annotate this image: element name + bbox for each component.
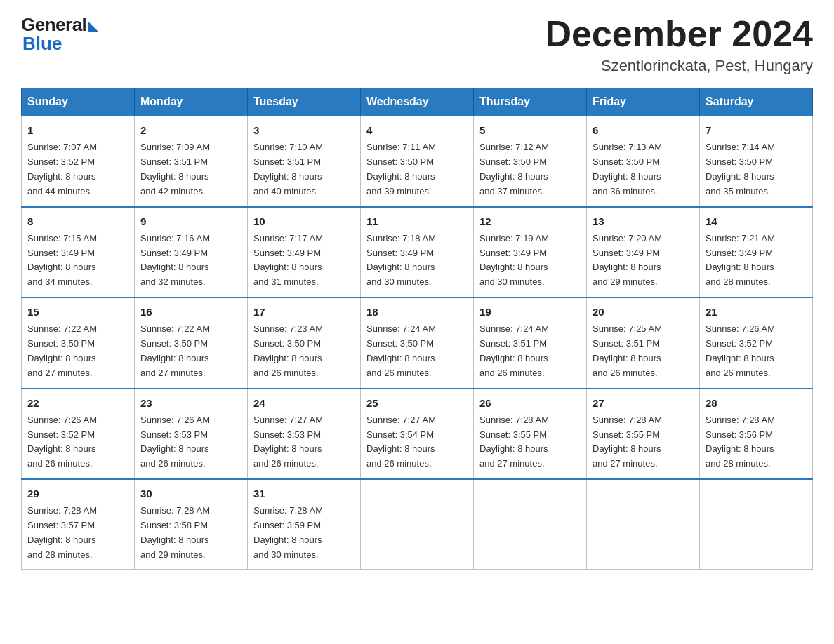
page-header: General Blue December 2024 Szentlorincka… [21,14,813,75]
day-info: Sunrise: 7:28 AM Sunset: 3:58 PM Dayligh… [140,505,210,559]
subtitle: Szentlorinckata, Pest, Hungary [545,57,813,75]
calendar-cell: 7Sunrise: 7:14 AM Sunset: 3:50 PM Daylig… [700,116,813,206]
day-number: 16 [140,304,241,320]
day-number: 23 [140,395,241,411]
day-number: 8 [27,213,128,229]
day-info: Sunrise: 7:11 AM Sunset: 3:50 PM Dayligh… [366,142,436,196]
day-number: 21 [706,304,807,320]
day-number: 1 [27,122,128,138]
day-number: 5 [479,122,581,138]
calendar-cell: 14Sunrise: 7:21 AM Sunset: 3:49 PM Dayli… [700,207,813,297]
day-number: 29 [27,485,128,502]
day-number: 11 [366,213,468,229]
calendar-cell: 1Sunrise: 7:07 AM Sunset: 3:52 PM Daylig… [22,116,135,206]
day-number: 20 [593,304,694,320]
calendar-cell: 24Sunrise: 7:27 AM Sunset: 3:53 PM Dayli… [248,389,361,479]
day-number: 10 [253,213,355,229]
calendar-cell: 10Sunrise: 7:17 AM Sunset: 3:49 PM Dayli… [248,207,361,297]
calendar-cell: 27Sunrise: 7:28 AM Sunset: 3:55 PM Dayli… [587,389,700,479]
calendar-cell: 15Sunrise: 7:22 AM Sunset: 3:50 PM Dayli… [22,297,135,388]
day-number: 30 [140,485,241,502]
calendar-cell [361,479,474,570]
calendar-cell [474,479,587,570]
calendar-cell: 19Sunrise: 7:24 AM Sunset: 3:51 PM Dayli… [474,297,587,388]
calendar-cell [587,479,700,570]
calendar-cell: 12Sunrise: 7:19 AM Sunset: 3:49 PM Dayli… [474,207,587,297]
column-header-friday: Friday [587,88,700,116]
day-number: 4 [366,122,468,138]
day-number: 3 [253,122,355,138]
calendar-body: 1Sunrise: 7:07 AM Sunset: 3:52 PM Daylig… [22,116,813,570]
day-info: Sunrise: 7:24 AM Sunset: 3:51 PM Dayligh… [479,323,549,377]
calendar-cell: 22Sunrise: 7:26 AM Sunset: 3:52 PM Dayli… [22,389,135,479]
logo-triangle-icon [88,22,98,32]
day-info: Sunrise: 7:27 AM Sunset: 3:54 PM Dayligh… [366,415,436,469]
day-info: Sunrise: 7:25 AM Sunset: 3:51 PM Dayligh… [593,323,662,377]
calendar-cell: 21Sunrise: 7:26 AM Sunset: 3:52 PM Dayli… [700,297,813,388]
day-number: 19 [479,304,581,320]
calendar-cell: 17Sunrise: 7:23 AM Sunset: 3:50 PM Dayli… [248,297,361,388]
day-number: 17 [253,304,355,320]
day-info: Sunrise: 7:14 AM Sunset: 3:50 PM Dayligh… [706,142,775,196]
day-info: Sunrise: 7:23 AM Sunset: 3:50 PM Dayligh… [253,323,323,377]
column-header-wednesday: Wednesday [361,88,474,116]
calendar-cell: 16Sunrise: 7:22 AM Sunset: 3:50 PM Dayli… [135,297,248,388]
day-info: Sunrise: 7:26 AM Sunset: 3:52 PM Dayligh… [706,323,775,377]
calendar-cell [700,479,813,570]
day-info: Sunrise: 7:28 AM Sunset: 3:55 PM Dayligh… [593,415,662,469]
day-info: Sunrise: 7:15 AM Sunset: 3:49 PM Dayligh… [27,233,97,287]
calendar-cell: 25Sunrise: 7:27 AM Sunset: 3:54 PM Dayli… [361,389,474,479]
day-number: 22 [27,395,128,411]
day-info: Sunrise: 7:09 AM Sunset: 3:51 PM Dayligh… [140,142,210,196]
calendar-cell: 20Sunrise: 7:25 AM Sunset: 3:51 PM Dayli… [587,297,700,388]
day-info: Sunrise: 7:24 AM Sunset: 3:50 PM Dayligh… [366,323,436,377]
calendar-cell: 9Sunrise: 7:16 AM Sunset: 3:49 PM Daylig… [135,207,248,297]
calendar-cell: 13Sunrise: 7:20 AM Sunset: 3:49 PM Dayli… [587,207,700,297]
calendar-week-3: 15Sunrise: 7:22 AM Sunset: 3:50 PM Dayli… [22,297,813,388]
day-number: 13 [593,213,694,229]
calendar-week-5: 29Sunrise: 7:28 AM Sunset: 3:57 PM Dayli… [22,479,813,570]
day-info: Sunrise: 7:28 AM Sunset: 3:59 PM Dayligh… [253,505,323,559]
calendar-week-2: 8Sunrise: 7:15 AM Sunset: 3:49 PM Daylig… [22,207,813,297]
day-number: 25 [366,395,468,411]
calendar-cell: 31Sunrise: 7:28 AM Sunset: 3:59 PM Dayli… [248,479,361,570]
calendar-cell: 5Sunrise: 7:12 AM Sunset: 3:50 PM Daylig… [474,116,587,206]
day-number: 7 [706,122,807,138]
day-info: Sunrise: 7:18 AM Sunset: 3:49 PM Dayligh… [366,233,436,287]
calendar-cell: 18Sunrise: 7:24 AM Sunset: 3:50 PM Dayli… [361,297,474,388]
calendar-cell: 26Sunrise: 7:28 AM Sunset: 3:55 PM Dayli… [474,389,587,479]
day-info: Sunrise: 7:22 AM Sunset: 3:50 PM Dayligh… [140,323,210,377]
day-number: 9 [140,213,241,229]
calendar-cell: 3Sunrise: 7:10 AM Sunset: 3:51 PM Daylig… [248,116,361,206]
day-info: Sunrise: 7:16 AM Sunset: 3:49 PM Dayligh… [140,233,210,287]
title-block: December 2024 Szentlorinckata, Pest, Hun… [545,14,813,75]
day-info: Sunrise: 7:28 AM Sunset: 3:57 PM Dayligh… [27,505,97,559]
calendar-cell: 8Sunrise: 7:15 AM Sunset: 3:49 PM Daylig… [22,207,135,297]
main-title: December 2024 [545,14,813,54]
calendar-header: SundayMondayTuesdayWednesdayThursdayFrid… [22,88,813,116]
calendar-cell: 23Sunrise: 7:26 AM Sunset: 3:53 PM Dayli… [135,389,248,479]
day-info: Sunrise: 7:19 AM Sunset: 3:49 PM Dayligh… [479,233,549,287]
day-info: Sunrise: 7:26 AM Sunset: 3:53 PM Dayligh… [140,415,210,469]
day-info: Sunrise: 7:13 AM Sunset: 3:50 PM Dayligh… [593,142,662,196]
day-info: Sunrise: 7:21 AM Sunset: 3:49 PM Dayligh… [706,233,775,287]
day-number: 26 [479,395,581,411]
day-number: 24 [253,395,355,411]
day-info: Sunrise: 7:28 AM Sunset: 3:55 PM Dayligh… [479,415,549,469]
column-header-tuesday: Tuesday [248,88,361,116]
day-number: 18 [366,304,468,320]
day-number: 15 [27,304,128,320]
day-number: 14 [706,213,807,229]
day-info: Sunrise: 7:22 AM Sunset: 3:50 PM Dayligh… [27,323,97,377]
day-info: Sunrise: 7:26 AM Sunset: 3:52 PM Dayligh… [27,415,97,469]
column-header-saturday: Saturday [700,88,813,116]
day-info: Sunrise: 7:27 AM Sunset: 3:53 PM Dayligh… [253,415,323,469]
day-info: Sunrise: 7:20 AM Sunset: 3:49 PM Dayligh… [593,233,662,287]
logo: General Blue [21,14,98,55]
calendar-week-1: 1Sunrise: 7:07 AM Sunset: 3:52 PM Daylig… [22,116,813,206]
day-number: 6 [593,122,694,138]
day-number: 28 [706,395,807,411]
column-header-monday: Monday [135,88,248,116]
calendar-cell: 4Sunrise: 7:11 AM Sunset: 3:50 PM Daylig… [361,116,474,206]
calendar-cell: 11Sunrise: 7:18 AM Sunset: 3:49 PM Dayli… [361,207,474,297]
